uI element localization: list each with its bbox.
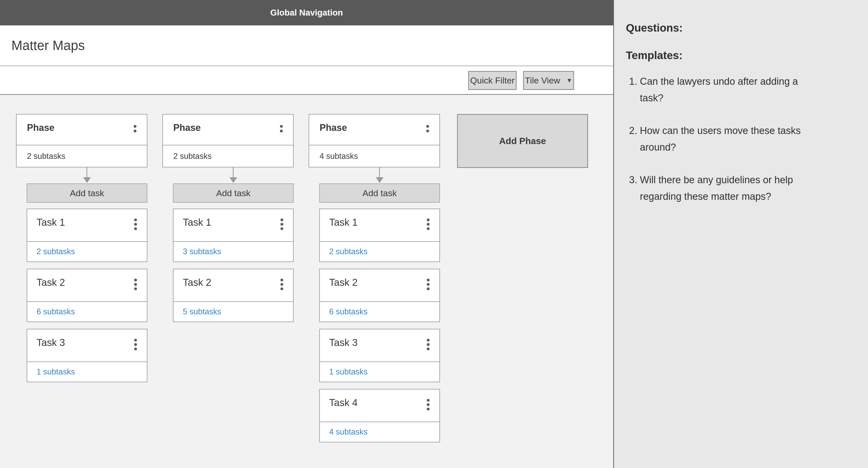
phase-card-header: Phase (309, 115, 439, 145)
task-card[interactable]: Task 2 5 subtasks (173, 269, 293, 322)
task-title: Task 1 (183, 217, 211, 228)
task-card[interactable]: Task 3 1 subtasks (319, 329, 440, 382)
tile-view-dropdown[interactable]: Tile View ▼ (523, 71, 574, 90)
kebab-menu-icon[interactable] (280, 218, 283, 230)
phase-subtask-count: 4 subtasks (309, 145, 439, 167)
quick-filter-button[interactable]: Quick Filter (468, 71, 517, 90)
task-card[interactable]: Task 3 1 subtasks (27, 329, 147, 382)
subtasks-link[interactable]: 2 subtasks (329, 247, 367, 256)
task-title: Task 1 (329, 217, 358, 228)
list-item: 2. How can the users move these tasks ar… (626, 122, 852, 155)
task-card[interactable]: Task 1 3 subtasks (173, 209, 293, 262)
add-task-button[interactable]: Add task (27, 183, 147, 203)
task-card-header: Task 1 (27, 209, 147, 242)
toolbar: Quick Filter Tile View ▼ (0, 67, 613, 95)
list-item: 1. Can the lawyers undo after adding a t… (626, 73, 852, 106)
task-card-header: Task 3 (27, 329, 147, 362)
subtasks-link[interactable]: 4 subtasks (329, 427, 367, 437)
task-card-header: Task 2 (174, 269, 293, 302)
caret-down-icon: ▼ (566, 78, 572, 83)
task-card[interactable]: Task 4 4 subtasks (319, 389, 440, 442)
subtasks-link[interactable]: 6 subtasks (329, 307, 367, 316)
kebab-menu-icon[interactable] (427, 218, 430, 230)
subtasks-link[interactable]: 2 subtasks (36, 247, 75, 256)
task-subtasks-row: 2 subtasks (320, 242, 439, 261)
connector-arrow (173, 167, 293, 183)
add-phase-button[interactable]: Add Phase (457, 114, 588, 168)
kebab-menu-icon[interactable] (280, 125, 283, 133)
task-subtasks-row: 6 subtasks (27, 302, 147, 322)
phase-subtask-count: 2 subtasks (17, 145, 147, 167)
arrow-line (87, 167, 87, 178)
connector-arrow (319, 167, 440, 183)
phase-card[interactable]: Phase 2 subtasks (162, 114, 293, 167)
global-navigation-label: Global Navigation (270, 8, 343, 18)
phase-title: Phase (27, 122, 54, 133)
kebab-menu-icon[interactable] (134, 279, 137, 290)
kebab-menu-icon[interactable] (427, 399, 430, 410)
task-card-header: Task 1 (174, 209, 293, 242)
main-region: Global Navigation Matter Maps Quick Filt… (0, 0, 613, 468)
arrow-head-icon (83, 177, 91, 183)
task-card-header: Task 3 (320, 329, 439, 362)
task-title: Task 2 (183, 277, 211, 288)
task-title: Task 2 (36, 277, 65, 288)
question-number: 1. (626, 73, 637, 106)
phase-card[interactable]: Phase 4 subtasks (309, 114, 440, 167)
question-text: Will there be any guidelines or help reg… (640, 172, 821, 205)
templates-heading: Templates: (626, 49, 852, 62)
kebab-menu-icon[interactable] (427, 339, 430, 350)
kebab-menu-icon[interactable] (134, 339, 137, 350)
kebab-menu-icon[interactable] (134, 218, 137, 230)
task-list: Task 1 3 subtasks Task 2 5 subtasks (173, 209, 293, 322)
task-card-header: Task 2 (320, 269, 439, 302)
notes-sidebar: Questions: Templates: 1. Can the lawyers… (613, 0, 868, 468)
task-subtasks-row: 6 subtasks (320, 302, 439, 322)
task-subtasks-row: 3 subtasks (174, 242, 293, 261)
question-number: 2. (626, 122, 637, 155)
task-card[interactable]: Task 1 2 subtasks (27, 209, 147, 262)
kebab-menu-icon[interactable] (427, 279, 430, 290)
subtasks-link[interactable]: 5 subtasks (183, 307, 221, 316)
phase-card[interactable]: Phase 2 subtasks (16, 114, 147, 167)
add-task-button[interactable]: Add task (319, 183, 440, 203)
task-card[interactable]: Task 2 6 subtasks (319, 269, 440, 322)
tile-view-label: Tile View (525, 76, 560, 86)
questions-list: 1. Can the lawyers undo after adding a t… (626, 73, 852, 205)
phase-card-header: Phase (17, 115, 147, 145)
task-title: Task 2 (329, 277, 358, 288)
task-subtasks-row: 5 subtasks (174, 302, 293, 322)
quick-filter-label: Quick Filter (470, 76, 515, 86)
task-subtasks-row: 1 subtasks (320, 362, 439, 382)
phase-column-1: Phase 2 subtasks Add task Task 1 2 subta… (16, 114, 147, 382)
kebab-menu-icon[interactable] (426, 125, 429, 133)
task-title: Task 3 (329, 337, 358, 348)
phase-subtask-count: 2 subtasks (163, 145, 293, 167)
add-task-button[interactable]: Add task (173, 183, 293, 203)
phase-column-2: Phase 2 subtasks Add task Task 1 3 subta… (162, 114, 293, 322)
page-title: Matter Maps (11, 38, 85, 53)
subtasks-link[interactable]: 1 subtasks (329, 367, 367, 377)
kebab-menu-icon[interactable] (134, 125, 136, 133)
arrow-line (379, 167, 380, 178)
question-text: Can the lawyers undo after adding a task… (640, 73, 821, 106)
list-item: 3. Will there be any guidelines or help … (626, 172, 852, 205)
global-navigation-bar: Global Navigation (0, 0, 613, 25)
task-title: Task 3 (36, 337, 65, 348)
task-card[interactable]: Task 2 6 subtasks (27, 269, 147, 322)
task-card-header: Task 2 (27, 269, 147, 302)
task-card-header: Task 4 (320, 389, 439, 422)
question-number: 3. (626, 172, 637, 205)
subtasks-link[interactable]: 3 subtasks (183, 247, 221, 256)
task-subtasks-row: 2 subtasks (27, 242, 147, 261)
phase-title: Phase (319, 122, 347, 133)
subtasks-link[interactable]: 1 subtasks (36, 367, 75, 377)
task-title: Task 1 (36, 217, 65, 228)
kebab-menu-icon[interactable] (280, 279, 283, 290)
task-list: Task 1 2 subtasks Task 2 6 subtasks (27, 209, 147, 382)
arrow-head-icon (229, 177, 237, 183)
phase-title: Phase (173, 122, 201, 133)
task-card[interactable]: Task 1 2 subtasks (319, 209, 440, 262)
subtasks-link[interactable]: 6 subtasks (36, 307, 75, 316)
questions-heading: Questions: (626, 22, 852, 34)
